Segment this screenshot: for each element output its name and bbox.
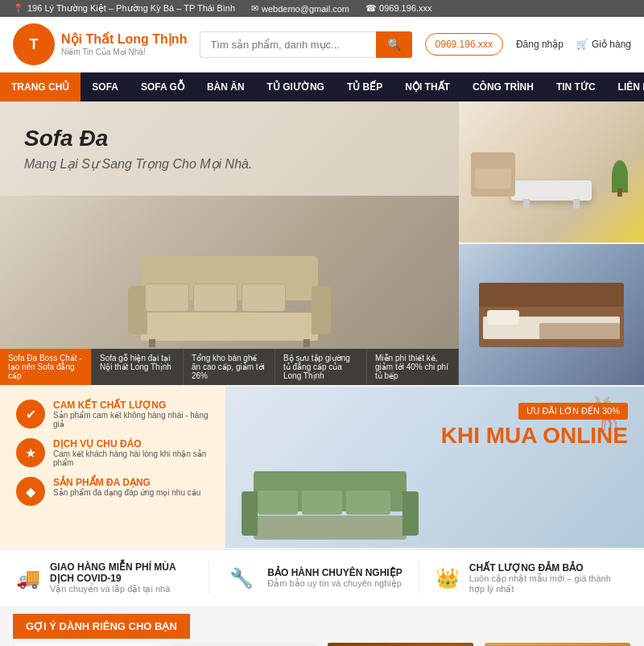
nav-item-congtrinh[interactable]: CÔNG TRÌNH <box>461 72 545 101</box>
logo-area: T Nội Thất Long Thịnh Niềm Tin Của Mọi N… <box>13 23 187 65</box>
nav-item-lienhe[interactable]: LIÊN HỆ <box>607 72 644 101</box>
product-card-2[interactable]: Tủ Bếp Gỗ MDF An Cường Cao Cấp Liên hệ: … <box>170 642 317 646</box>
product-card-4[interactable]: Giường Be Gỗ Gõ Cao Cấp Liên hệ: 0969.19… <box>484 642 631 646</box>
nav-item-tintuc[interactable]: TIN TỨC <box>545 72 607 101</box>
warranty-icon: 🔧 <box>225 562 258 594</box>
recommendations-header: GỢI Ý DÀNH RIÊNG CHO BẠN <box>13 614 190 639</box>
diverse-label: SẢN PHẨM ĐA DẠNG <box>53 477 200 488</box>
quality-service-desc: Luôn cập nhật mẫu mới – giá thành hợp lý… <box>469 574 612 594</box>
search-bar: 🔍 <box>200 31 411 58</box>
hero-panel-bottom <box>459 244 644 385</box>
hero-sofa-image <box>0 196 459 349</box>
diverse-desc: Sản phẩm đa dạng đáp ứng mọi nhu cầu <box>53 488 200 497</box>
brand-name: Nội Thất Long Thịnh <box>61 31 187 47</box>
promo-title: KHI MUA ONLINE <box>441 423 628 449</box>
hero-main: Sofa Đa Mang Lại Sự Sang Trọng Cho Mọi N… <box>0 101 459 385</box>
promo-badge: ƯU ĐÃI LỚN ĐẾN 30% <box>518 403 628 420</box>
quality-service-title: CHẤT LƯỢNG ĐẢM BẢO <box>469 562 612 574</box>
nav-item-trangchu[interactable]: TRANG CHỦ <box>0 72 80 101</box>
caption-2: Tổng kho bàn ghế ăn cao cấp, giảm tới 26… <box>184 349 275 385</box>
hero-title1: Sofa Đa <box>24 126 435 151</box>
promo-item-quality: ✔ CAM KẾT CHẤT LƯỢNG Sản phẩm cam kết kh… <box>16 400 209 429</box>
search-input[interactable] <box>200 31 375 58</box>
warranty-desc: Đảm bảo uy tín và chuyên nghiệp <box>267 578 402 589</box>
delivery-icon: 🚚 <box>16 562 40 594</box>
header-right: 0969.196.xxx Đăng nhập 🛒 Giỏ hàng <box>425 33 631 56</box>
cart-area[interactable]: 🛒 Giỏ hàng <box>576 39 631 50</box>
recommendations-section: GỢI Ý DÀNH RIÊNG CHO BẠN <box>0 606 644 646</box>
service-icon: ★ <box>16 438 45 467</box>
nav-item-banan[interactable]: BÀN ĂN <box>196 72 256 101</box>
quality-service-icon: 👑 <box>436 562 460 594</box>
product-card-1[interactable]: Tủ Bếp Gỗ Nhựa Acrylic Cao Cấp Liên hệ: … <box>13 642 160 646</box>
header: T Nội Thất Long Thịnh Niềm Tin Của Mọi N… <box>0 17 644 72</box>
email-info: ✉ webdemo@gmail.com <box>251 3 349 14</box>
quality-label: CAM KẾT CHẤT LƯỢNG <box>53 400 209 411</box>
promo-item-service: ★ DỊCH VỤ CHU ĐÁO Cam kết khách hàng hài… <box>16 438 209 467</box>
nav-item-tugiuong[interactable]: TỦ GIƯỜNG <box>256 72 336 101</box>
service-delivery: 🚚 GIAO HÀNG MIỄN PHÍ MÙA DỊCH COVID-19 V… <box>16 561 209 594</box>
nav-item-tubep[interactable]: TỦ BẾP <box>336 72 394 101</box>
login-link[interactable]: Đăng nhập <box>516 39 564 50</box>
services-bar: 🚚 GIAO HÀNG MIỄN PHÍ MÙA DỊCH COVID-19 V… <box>0 549 644 606</box>
logo-text: Nội Thất Long Thịnh Niềm Tin Của Mọi Nhà… <box>61 31 187 56</box>
product-image-4 <box>485 643 630 646</box>
service-quality: 👑 CHẤT LƯỢNG ĐẢM BẢO Luôn cập nhật mẫu m… <box>419 561 628 594</box>
service-warranty: 🔧 BẢO HÀNH CHUYÊN NGHIỆP Đảm bảo uy tín … <box>209 561 419 594</box>
promo-section: ✔ CAM KẾT CHẤT LƯỢNG Sản phẩm cam kết kh… <box>0 387 644 548</box>
service-desc: Cam kết khách hàng hài lòng khi nhận sản… <box>53 449 209 467</box>
products-grid: Tủ Bếp Gỗ Nhựa Acrylic Cao Cấp Liên hệ: … <box>13 642 631 646</box>
quality-desc: Sản phẩm cam kết không hàng nhái - hàng … <box>53 411 209 429</box>
warranty-title: BẢO HÀNH CHUYÊN NGHIỆP <box>267 567 402 578</box>
nav-item-sofa[interactable]: SOFA <box>80 72 130 101</box>
products-section: Tủ Bếp Gỗ Nhựa Acrylic Cao Cấp Liên hệ: … <box>0 642 644 646</box>
service-label: DỊCH VỤ CHU ĐÁO <box>53 438 209 449</box>
search-button[interactable]: 🔍 <box>376 31 412 58</box>
promo-features: ✔ CAM KẾT CHẤT LƯỢNG Sản phẩm cam kết kh… <box>0 387 225 548</box>
promo-banner: 🦌 ƯU ĐÃI LỚN ĐẾN 30% KHI MUA ONLINE <box>225 387 644 548</box>
hero-section: Sofa Đa Mang Lại Sự Sang Trọng Cho Mọi N… <box>0 101 644 385</box>
cart-icon: 🛒 <box>576 39 588 50</box>
phone-button[interactable]: 0969.196.xxx <box>425 33 503 56</box>
tagline: Niềm Tin Của Mọi Nhà! <box>61 48 187 57</box>
product-image-3: T <box>328 643 473 646</box>
delivery-desc: Vận chuyển và lắp đặt tại nhà <box>50 584 192 594</box>
nav-item-sofago[interactable]: SOFA GỖ <box>130 72 196 101</box>
hero-right-panels <box>459 101 644 385</box>
product-card-3[interactable]: T Giường Vai Cuốn Gỗ Xoan Đào Liên hệ: 0… <box>327 642 474 646</box>
sofa-illustration <box>125 244 334 341</box>
product-image-2 <box>171 643 316 646</box>
logo-icon: T <box>13 23 55 65</box>
address-info: 📍 196 Lý Thường Kiệt – Phường Kỳ Bá – TP… <box>13 3 235 14</box>
hero-content: Sofa Đa Mang Lại Sự Sang Trọng Cho Mọi N… <box>0 101 459 196</box>
caption-3: Bộ sưu tập giường tủ đẳng cấp của Long T… <box>275 349 367 385</box>
hero-title2: Mang Lại Sự Sang Trọng Cho Mọi Nhà. <box>24 156 435 172</box>
caption-1: Sofa gỗ hiện đại tại Nội thất Long Thịnh <box>92 349 184 385</box>
main-nav: TRANG CHỦ SOFA SOFA GỖ BÀN ĂN TỦ GIƯỜNG … <box>0 72 644 101</box>
phone-info: ☎ 0969.196.xxx <box>365 3 432 14</box>
product-image-1 <box>14 643 159 646</box>
quality-icon: ✔ <box>16 400 45 429</box>
hero-panel-top <box>459 101 644 242</box>
caption-4: Miễn phí thiết kế, giảm tới 40% chi phí … <box>367 349 459 385</box>
hero-caption-bar: Sofa Đa Boss Chất - tạo nên Sofa đẳng cấ… <box>0 349 459 385</box>
top-bar: 📍 196 Lý Thường Kiệt – Phường Kỳ Bá – TP… <box>0 0 644 17</box>
promo-item-diverse: ◆ SẢN PHẨM ĐA DẠNG Sản phẩm đa dạng đáp … <box>16 477 209 506</box>
diverse-icon: ◆ <box>16 477 45 506</box>
caption-0: Sofa Đa Boss Chất - tạo nên Sofa đẳng cấ… <box>0 349 92 385</box>
delivery-title: GIAO HÀNG MIỄN PHÍ MÙA DỊCH COVID-19 <box>50 561 192 584</box>
nav-item-noithat[interactable]: NỘI THẤT <box>394 72 461 101</box>
cart-label: Giỏ hàng <box>592 39 631 50</box>
